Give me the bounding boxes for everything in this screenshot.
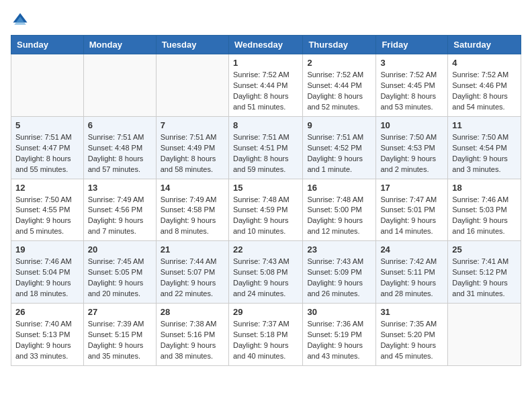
day-number: 17 — [380, 183, 443, 193]
day-number: 13 — [88, 183, 152, 193]
day-number: 9 — [307, 120, 371, 130]
day-number: 20 — [88, 244, 152, 255]
day-number: 27 — [88, 307, 152, 317]
day-info: Sunrise: 7:45 AM Sunset: 5:05 PM Dayligh… — [88, 257, 152, 300]
day-number: 28 — [161, 307, 224, 317]
day-info: Sunrise: 7:52 AM Sunset: 4:46 PM Dayligh… — [452, 70, 517, 113]
day-info: Sunrise: 7:51 AM Sunset: 4:52 PM Dayligh… — [307, 132, 371, 175]
calendar-week-row: 5Sunrise: 7:51 AM Sunset: 4:47 PM Daylig… — [11, 116, 521, 179]
calendar-cell: 19Sunrise: 7:46 AM Sunset: 5:04 PM Dayli… — [11, 241, 84, 304]
day-number: 5 — [15, 120, 79, 130]
day-number: 31 — [380, 307, 443, 317]
calendar-cell — [83, 54, 156, 117]
day-info: Sunrise: 7:51 AM Sunset: 4:48 PM Dayligh… — [88, 132, 152, 175]
day-of-week-header: Sunday — [11, 36, 84, 54]
day-info: Sunrise: 7:42 AM Sunset: 5:11 PM Dayligh… — [380, 257, 443, 300]
calendar-cell: 28Sunrise: 7:38 AM Sunset: 5:16 PM Dayli… — [156, 304, 228, 366]
calendar-cell: 30Sunrise: 7:36 AM Sunset: 5:19 PM Dayli… — [303, 304, 376, 366]
day-info: Sunrise: 7:51 AM Sunset: 4:49 PM Dayligh… — [161, 132, 224, 175]
day-info: Sunrise: 7:43 AM Sunset: 5:09 PM Dayligh… — [307, 257, 371, 300]
calendar-cell: 20Sunrise: 7:45 AM Sunset: 5:05 PM Dayli… — [83, 241, 156, 304]
day-number: 30 — [307, 307, 371, 317]
calendar-cell: 15Sunrise: 7:48 AM Sunset: 4:59 PM Dayli… — [228, 179, 302, 241]
calendar-cell — [11, 54, 84, 117]
calendar-cell: 27Sunrise: 7:39 AM Sunset: 5:15 PM Dayli… — [83, 304, 156, 366]
calendar-cell: 16Sunrise: 7:48 AM Sunset: 5:00 PM Dayli… — [303, 179, 376, 241]
day-info: Sunrise: 7:52 AM Sunset: 4:44 PM Dayligh… — [233, 70, 298, 113]
day-of-week-header: Friday — [376, 36, 448, 54]
day-info: Sunrise: 7:46 AM Sunset: 5:04 PM Dayligh… — [15, 257, 79, 300]
calendar-cell: 12Sunrise: 7:50 AM Sunset: 4:55 PM Dayli… — [11, 179, 84, 241]
day-info: Sunrise: 7:39 AM Sunset: 5:15 PM Dayligh… — [88, 319, 152, 362]
calendar-cell: 26Sunrise: 7:40 AM Sunset: 5:13 PM Dayli… — [11, 304, 84, 366]
calendar-cell: 9Sunrise: 7:51 AM Sunset: 4:52 PM Daylig… — [303, 116, 376, 179]
day-info: Sunrise: 7:36 AM Sunset: 5:19 PM Dayligh… — [307, 319, 371, 362]
day-info: Sunrise: 7:35 AM Sunset: 5:20 PM Dayligh… — [380, 319, 443, 362]
day-number: 8 — [233, 120, 298, 130]
day-number: 7 — [161, 120, 224, 130]
day-number: 1 — [233, 58, 298, 68]
day-of-week-header: Thursday — [303, 36, 376, 54]
day-of-week-header: Monday — [83, 36, 156, 54]
day-info: Sunrise: 7:50 AM Sunset: 4:54 PM Dayligh… — [452, 132, 517, 175]
calendar-cell: 5Sunrise: 7:51 AM Sunset: 4:47 PM Daylig… — [11, 116, 84, 179]
day-info: Sunrise: 7:41 AM Sunset: 5:12 PM Dayligh… — [452, 257, 517, 300]
day-info: Sunrise: 7:37 AM Sunset: 5:18 PM Dayligh… — [233, 319, 298, 362]
calendar-cell: 23Sunrise: 7:43 AM Sunset: 5:09 PM Dayli… — [303, 241, 376, 304]
calendar-cell: 8Sunrise: 7:51 AM Sunset: 4:51 PM Daylig… — [228, 116, 302, 179]
calendar-cell: 14Sunrise: 7:49 AM Sunset: 4:58 PM Dayli… — [156, 179, 228, 241]
day-number: 25 — [452, 244, 517, 255]
calendar-cell: 4Sunrise: 7:52 AM Sunset: 4:46 PM Daylig… — [448, 54, 521, 117]
day-info: Sunrise: 7:47 AM Sunset: 5:01 PM Dayligh… — [380, 195, 443, 238]
calendar-cell: 21Sunrise: 7:44 AM Sunset: 5:07 PM Dayli… — [156, 241, 228, 304]
day-number: 22 — [233, 244, 298, 255]
day-number: 14 — [161, 183, 224, 193]
day-info: Sunrise: 7:52 AM Sunset: 4:45 PM Dayligh… — [380, 70, 443, 113]
day-number: 10 — [380, 120, 443, 130]
logo-icon — [11, 11, 30, 30]
calendar-week-row: 26Sunrise: 7:40 AM Sunset: 5:13 PM Dayli… — [11, 304, 521, 366]
calendar-cell: 22Sunrise: 7:43 AM Sunset: 5:08 PM Dayli… — [228, 241, 302, 304]
day-number: 26 — [15, 307, 79, 317]
day-number: 6 — [88, 120, 152, 130]
day-number: 19 — [15, 244, 79, 255]
calendar-cell — [448, 304, 521, 366]
day-info: Sunrise: 7:38 AM Sunset: 5:16 PM Dayligh… — [161, 319, 224, 362]
day-info: Sunrise: 7:49 AM Sunset: 4:56 PM Dayligh… — [88, 195, 152, 238]
day-info: Sunrise: 7:48 AM Sunset: 5:00 PM Dayligh… — [307, 195, 371, 238]
calendar-week-row: 12Sunrise: 7:50 AM Sunset: 4:55 PM Dayli… — [11, 179, 521, 241]
page-header — [11, 11, 521, 30]
calendar-cell: 11Sunrise: 7:50 AM Sunset: 4:54 PM Dayli… — [448, 116, 521, 179]
calendar-cell: 2Sunrise: 7:52 AM Sunset: 4:44 PM Daylig… — [303, 54, 376, 117]
day-of-week-header: Saturday — [448, 36, 521, 54]
calendar: SundayMondayTuesdayWednesdayThursdayFrid… — [11, 35, 521, 366]
calendar-week-row: 19Sunrise: 7:46 AM Sunset: 5:04 PM Dayli… — [11, 241, 521, 304]
calendar-cell: 3Sunrise: 7:52 AM Sunset: 4:45 PM Daylig… — [376, 54, 448, 117]
day-info: Sunrise: 7:50 AM Sunset: 4:53 PM Dayligh… — [380, 132, 443, 175]
day-info: Sunrise: 7:51 AM Sunset: 4:51 PM Dayligh… — [233, 132, 298, 175]
day-info: Sunrise: 7:44 AM Sunset: 5:07 PM Dayligh… — [161, 257, 224, 300]
day-number: 29 — [233, 307, 298, 317]
day-info: Sunrise: 7:46 AM Sunset: 5:03 PM Dayligh… — [452, 195, 517, 238]
calendar-cell: 10Sunrise: 7:50 AM Sunset: 4:53 PM Dayli… — [376, 116, 448, 179]
day-number: 16 — [307, 183, 371, 193]
day-number: 23 — [307, 244, 371, 255]
calendar-cell: 1Sunrise: 7:52 AM Sunset: 4:44 PM Daylig… — [228, 54, 302, 117]
calendar-week-row: 1Sunrise: 7:52 AM Sunset: 4:44 PM Daylig… — [11, 54, 521, 117]
day-info: Sunrise: 7:50 AM Sunset: 4:55 PM Dayligh… — [15, 195, 79, 238]
day-info: Sunrise: 7:43 AM Sunset: 5:08 PM Dayligh… — [233, 257, 298, 300]
logo — [11, 11, 32, 30]
calendar-cell: 29Sunrise: 7:37 AM Sunset: 5:18 PM Dayli… — [228, 304, 302, 366]
calendar-cell: 18Sunrise: 7:46 AM Sunset: 5:03 PM Dayli… — [448, 179, 521, 241]
day-info: Sunrise: 7:52 AM Sunset: 4:44 PM Dayligh… — [307, 70, 371, 113]
calendar-cell: 17Sunrise: 7:47 AM Sunset: 5:01 PM Dayli… — [376, 179, 448, 241]
day-number: 12 — [15, 183, 79, 193]
day-info: Sunrise: 7:49 AM Sunset: 4:58 PM Dayligh… — [161, 195, 224, 238]
day-info: Sunrise: 7:40 AM Sunset: 5:13 PM Dayligh… — [15, 319, 79, 362]
day-of-week-header: Wednesday — [228, 36, 302, 54]
calendar-cell: 6Sunrise: 7:51 AM Sunset: 4:48 PM Daylig… — [83, 116, 156, 179]
calendar-cell: 7Sunrise: 7:51 AM Sunset: 4:49 PM Daylig… — [156, 116, 228, 179]
calendar-cell: 31Sunrise: 7:35 AM Sunset: 5:20 PM Dayli… — [376, 304, 448, 366]
day-number: 3 — [380, 58, 443, 68]
calendar-cell: 13Sunrise: 7:49 AM Sunset: 4:56 PM Dayli… — [83, 179, 156, 241]
